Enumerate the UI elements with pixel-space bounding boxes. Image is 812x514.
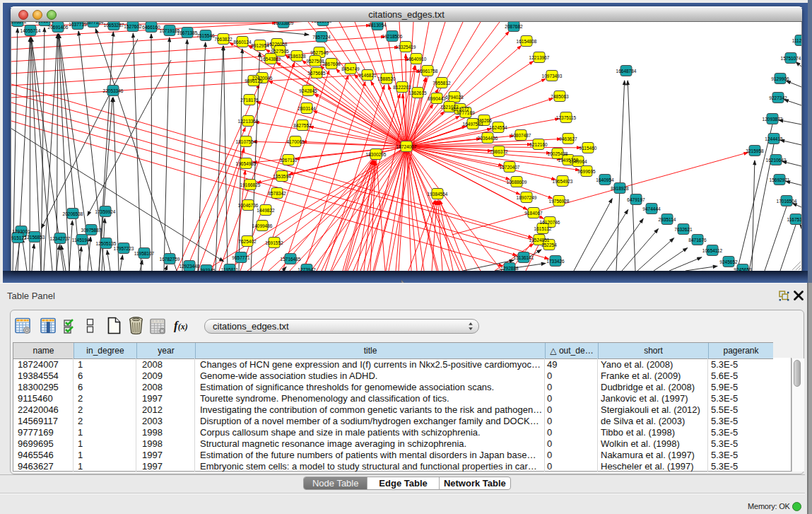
svg-text:8990443: 8990443 xyxy=(428,96,446,101)
svg-text:1167533: 1167533 xyxy=(787,217,801,222)
svg-text:14099486: 14099486 xyxy=(252,223,273,228)
svg-text:16961758: 16961758 xyxy=(418,69,438,74)
svg-text:2803144: 2803144 xyxy=(298,106,316,111)
svg-text:17359924: 17359924 xyxy=(95,209,116,214)
svg-text:12213369: 12213369 xyxy=(238,119,259,124)
svg-text:18640910: 18640910 xyxy=(406,57,427,62)
svg-text:19218506: 19218506 xyxy=(382,34,403,39)
svg-text:1273942: 1273942 xyxy=(298,267,316,271)
svg-text:9463627: 9463627 xyxy=(559,136,577,141)
svg-text:1615112: 1615112 xyxy=(534,226,552,231)
svg-text:16154808: 16154808 xyxy=(517,39,537,44)
svg-text:6794028: 6794028 xyxy=(445,95,464,100)
svg-text:252254: 252254 xyxy=(541,243,557,247)
svg-text:8578342: 8578342 xyxy=(268,191,286,196)
svg-text:1362615: 1362615 xyxy=(408,90,427,95)
svg-text:15751074: 15751074 xyxy=(781,56,801,61)
svg-text:1353594: 1353594 xyxy=(273,174,291,179)
svg-text:12342737: 12342737 xyxy=(50,236,71,241)
svg-text:7485063: 7485063 xyxy=(551,94,569,99)
svg-text:12213967: 12213967 xyxy=(529,55,550,60)
svg-text:1527602: 1527602 xyxy=(124,24,142,29)
svg-text:20691406: 20691406 xyxy=(48,25,69,30)
svg-text:9227342: 9227342 xyxy=(769,95,787,100)
svg-text:19384554: 19384554 xyxy=(428,192,448,197)
svg-text:8813054: 8813054 xyxy=(368,23,387,28)
svg-text:15226058: 15226058 xyxy=(267,42,288,47)
svg-text:11451944: 11451944 xyxy=(72,238,93,243)
svg-text:10653287: 10653287 xyxy=(104,23,124,28)
svg-text:10807487: 10807487 xyxy=(511,133,531,138)
svg-text:1195811: 1195811 xyxy=(221,267,239,271)
svg-text:15720407: 15720407 xyxy=(500,165,520,170)
svg-text:9474444: 9474444 xyxy=(642,206,661,211)
svg-text:2718176: 2718176 xyxy=(240,98,259,103)
svg-text:8471676: 8471676 xyxy=(688,238,707,243)
svg-text:9245652: 9245652 xyxy=(719,259,738,264)
svg-text:1640954: 1640954 xyxy=(596,177,614,182)
svg-text:6466160: 6466160 xyxy=(142,25,160,30)
svg-text:6212160: 6212160 xyxy=(529,142,548,147)
svg-text:18300295: 18300295 xyxy=(366,152,387,157)
svg-text:8454749: 8454749 xyxy=(341,66,360,71)
svg-text:10654112: 10654112 xyxy=(702,248,723,253)
svg-text:10377134: 10377134 xyxy=(83,22,104,25)
svg-text:18907249: 18907249 xyxy=(517,195,537,200)
svg-text:17957223: 17957223 xyxy=(114,246,134,251)
svg-text:1691552: 1691552 xyxy=(265,240,283,245)
svg-text:1793001: 1793001 xyxy=(12,229,30,234)
svg-text:1244415: 1244415 xyxy=(765,136,783,141)
svg-text:8427552: 8427552 xyxy=(293,123,312,128)
svg-text:7625402: 7625402 xyxy=(238,239,257,244)
svg-text:2005571: 2005571 xyxy=(35,22,54,23)
svg-text:2935114: 2935114 xyxy=(659,217,676,222)
svg-text:1205572: 1205572 xyxy=(11,22,27,24)
svg-text:8813059: 8813059 xyxy=(314,22,332,23)
svg-text:19166825: 19166825 xyxy=(240,182,261,187)
svg-text:7515546: 7515546 xyxy=(196,33,215,38)
svg-text:10688609: 10688609 xyxy=(507,180,527,185)
svg-text:10025438: 10025438 xyxy=(548,151,568,156)
svg-text:13325419: 13325419 xyxy=(396,45,416,49)
svg-text:16033809: 16033809 xyxy=(273,22,294,25)
svg-text:9242845: 9242845 xyxy=(299,88,317,93)
svg-text:10046736: 10046736 xyxy=(238,203,259,208)
svg-text:3675685: 3675685 xyxy=(307,71,326,76)
svg-text:1624554: 1624554 xyxy=(489,125,507,130)
svg-text:22053346: 22053346 xyxy=(103,88,124,93)
svg-text:9146821: 9146821 xyxy=(358,73,377,78)
svg-text:3215958: 3215958 xyxy=(746,148,764,153)
svg-text:9777169: 9777169 xyxy=(457,110,475,115)
svg-text:1449822: 1449822 xyxy=(257,208,275,213)
svg-text:11958107: 11958107 xyxy=(134,251,155,256)
svg-text:2087682: 2087682 xyxy=(505,24,523,29)
svg-text:12093872: 12093872 xyxy=(763,117,783,122)
svg-text:16648784: 16648784 xyxy=(616,69,637,74)
svg-text:18107554: 18107554 xyxy=(236,139,257,144)
svg-text:15716485: 15716485 xyxy=(281,257,301,262)
svg-text:8918928: 8918928 xyxy=(611,186,629,191)
svg-text:19654923: 19654923 xyxy=(553,179,573,184)
svg-text:19756928: 19756928 xyxy=(549,199,570,204)
svg-text:17016504: 17016504 xyxy=(777,199,797,204)
svg-text:15136141: 15136141 xyxy=(514,255,534,260)
svg-text:7663822: 7663822 xyxy=(214,37,233,42)
svg-text:14055714: 14055714 xyxy=(20,28,41,33)
svg-text:9245653: 9245653 xyxy=(734,267,752,271)
svg-text:12505135: 12505135 xyxy=(96,241,117,246)
svg-text:18724007: 18724007 xyxy=(396,144,417,149)
svg-text:1949964: 1949964 xyxy=(569,159,587,164)
svg-text:19654985: 19654985 xyxy=(236,161,257,166)
svg-text:16497503: 16497503 xyxy=(463,122,483,127)
svg-text:7857224: 7857224 xyxy=(312,35,331,40)
svg-text:9896129: 9896129 xyxy=(245,78,263,83)
svg-text:12156853: 12156853 xyxy=(25,235,45,240)
svg-text:1292345: 1292345 xyxy=(197,268,216,271)
svg-text:13524851: 13524851 xyxy=(529,238,550,243)
svg-text:2867608: 2867608 xyxy=(322,62,341,66)
svg-text:9115460: 9115460 xyxy=(579,146,597,151)
svg-text:20364436: 20364436 xyxy=(478,136,498,141)
svg-text:9527508: 9527508 xyxy=(306,59,324,64)
svg-text:16543862: 16543862 xyxy=(261,57,281,62)
svg-text:1292888: 1292888 xyxy=(500,266,519,271)
